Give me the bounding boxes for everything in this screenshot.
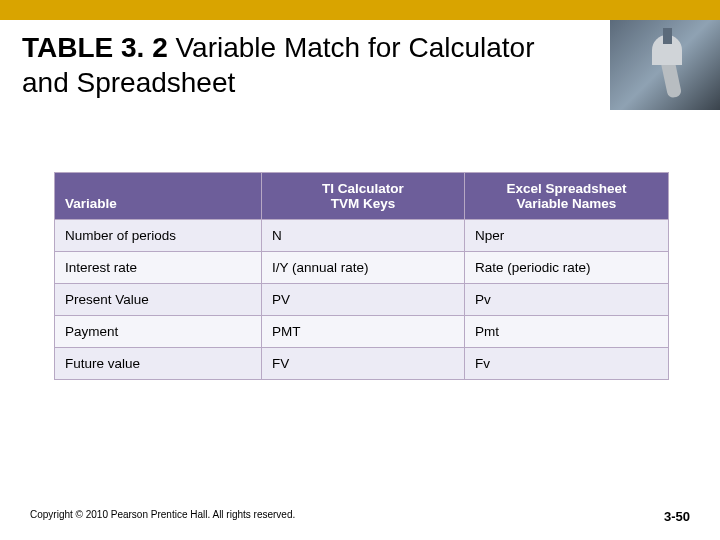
table-row: Present Value PV Pv xyxy=(55,284,669,316)
wrench-image xyxy=(610,20,720,110)
cell-excel: Pmt xyxy=(464,316,668,348)
cell-excel: Fv xyxy=(464,348,668,380)
slide-title: TABLE 3. 2 Variable Match for Calculator… xyxy=(22,30,562,100)
cell-variable: Interest rate xyxy=(55,252,262,284)
cell-excel: Rate (periodic rate) xyxy=(464,252,668,284)
th-excel: Excel Spreadsheet Variable Names xyxy=(464,173,668,220)
cell-variable: Number of periods xyxy=(55,220,262,252)
cell-variable: Payment xyxy=(55,316,262,348)
variable-match-table: Variable TI Calculator TVM Keys Excel Sp… xyxy=(54,172,669,380)
cell-ti: I/Y (annual rate) xyxy=(261,252,464,284)
cell-ti: PMT xyxy=(261,316,464,348)
cell-ti: N xyxy=(261,220,464,252)
page-number: 3-50 xyxy=(664,509,690,524)
title-bold: TABLE 3. 2 xyxy=(22,32,168,63)
wrench-icon xyxy=(630,30,700,100)
table-row: Number of periods N Nper xyxy=(55,220,669,252)
cell-excel: Nper xyxy=(464,220,668,252)
cell-variable: Present Value xyxy=(55,284,262,316)
slide: TABLE 3. 2 Variable Match for Calculator… xyxy=(0,0,720,540)
table-row: Payment PMT Pmt xyxy=(55,316,669,348)
th-variable: Variable xyxy=(55,173,262,220)
table-row: Interest rate I/Y (annual rate) Rate (pe… xyxy=(55,252,669,284)
top-accent-bar xyxy=(0,0,720,20)
cell-ti: PV xyxy=(261,284,464,316)
table-header-row: Variable TI Calculator TVM Keys Excel Sp… xyxy=(55,173,669,220)
cell-variable: Future value xyxy=(55,348,262,380)
th-ti: TI Calculator TVM Keys xyxy=(261,173,464,220)
cell-ti: FV xyxy=(261,348,464,380)
cell-excel: Pv xyxy=(464,284,668,316)
copyright-text: Copyright © 2010 Pearson Prentice Hall. … xyxy=(30,509,295,520)
table-row: Future value FV Fv xyxy=(55,348,669,380)
